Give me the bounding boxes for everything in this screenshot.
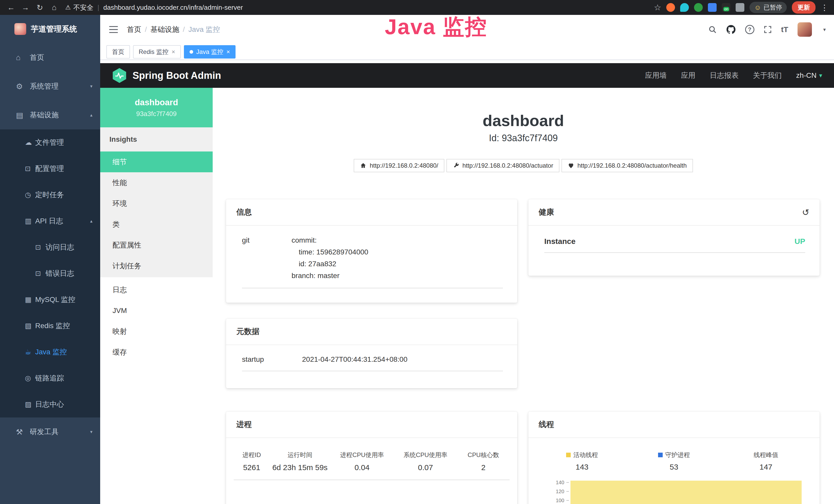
paused-label: 已暂停	[764, 3, 782, 12]
card-column-left: 信息 git commit: time: 1596289704000 id: 2…	[226, 199, 517, 504]
smiley-icon: ☺	[754, 4, 761, 12]
threads-values: 143 53 147	[536, 463, 812, 472]
sba-nav-journal[interactable]: 日志报表	[710, 71, 739, 81]
extension-icon-orange[interactable]	[666, 3, 675, 12]
sba-item-caches[interactable]: 缓存	[100, 342, 213, 363]
sidebar-item-api-log[interactable]: ▥ API 日志 ▴	[0, 208, 100, 234]
actuator-url-link[interactable]: http://192.168.0.2:48080/actuator	[446, 159, 559, 172]
sidebar-item-error-log[interactable]: ⊡ 错误日志	[0, 260, 100, 287]
home-icon: ⌂	[16, 53, 30, 62]
health-card-header: 健康 ↺	[528, 199, 820, 226]
reload-icon[interactable]: ↻	[35, 3, 45, 12]
bookmark-star-icon[interactable]: ☆	[654, 3, 661, 12]
sidebar-item-system[interactable]: ⚙ 系统管理 ▾	[0, 72, 100, 101]
process-card-body: 进程ID 运行时间 进程CPU使用率 系统CPU使用率 CPU核心数 5261 …	[226, 438, 517, 480]
sidebar-item-access-log[interactable]: ⊡ 访问日志	[0, 234, 100, 260]
breadcrumb-infra[interactable]: 基础设施	[151, 25, 179, 35]
daemon-threads-value: 53	[628, 463, 720, 472]
service-url-link[interactable]: http://192.168.0.2:48080/	[354, 159, 444, 172]
sba-item-jvm[interactable]: JVM	[100, 300, 213, 321]
extension-icon-green[interactable]	[694, 3, 703, 12]
sba-item-mappings[interactable]: 映射	[100, 321, 213, 342]
process-pid: 5261	[234, 463, 270, 472]
instance-name: dashboard	[135, 97, 178, 107]
sidebar-item-tracing[interactable]: ◎ 链路追踪	[0, 365, 100, 391]
health-url-link[interactable]: http://192.168.0.2:48080/actuator/health	[562, 159, 693, 172]
fullscreen-icon[interactable]	[764, 25, 772, 33]
breadcrumb-home[interactable]: 首页	[127, 25, 141, 35]
health-card-title: 健康	[539, 207, 554, 217]
search-icon[interactable]	[708, 25, 717, 34]
instance-title: dashboard	[213, 111, 834, 130]
extension-icon-grid[interactable]	[708, 3, 717, 12]
sba-brand[interactable]: Spring Boot Admin	[112, 68, 221, 83]
tab-home[interactable]: 首页	[106, 45, 130, 59]
info-card-body: git commit: time: 1596289704000 id: 27aa…	[226, 226, 517, 297]
sidebar-item-label: Java 监控	[35, 347, 67, 357]
legend-swatch-blue	[658, 453, 663, 457]
git-time-line: time: 1596289704000	[291, 246, 368, 258]
extension-icon-on-badge[interactable]: on	[722, 3, 730, 12]
extension-icon-gray[interactable]	[736, 3, 744, 12]
cpu-cores: 2	[457, 463, 510, 472]
sidebar-item-config-manage[interactable]: ⊡ 配置管理	[0, 156, 100, 182]
sidebar-item-file-manage[interactable]: ☁ 文件管理	[0, 130, 100, 156]
breadcrumb-separator: /	[183, 25, 185, 33]
instance-id-line: Id: 93a3fc7f7409	[213, 133, 834, 143]
sidebar-item-infra[interactable]: ▤ 基础设施 ▴	[0, 101, 100, 130]
browser-toolbar: ← → ↻ ⌂ ⚠ 不安全 | dashboard.yudao.iocoder.…	[0, 0, 834, 15]
font-size-icon[interactable]: tT	[781, 25, 788, 34]
tab-redis-monitor[interactable]: Redis 监控 ×	[133, 45, 181, 59]
avatar[interactable]	[797, 22, 812, 37]
sba-nav-applications[interactable]: 应用	[681, 71, 696, 81]
sba-instance-header[interactable]: dashboard 93a3fc7f7409	[100, 88, 213, 127]
sba-item-config-props[interactable]: 配置属性	[100, 235, 213, 255]
sba-language-select[interactable]: zh-CN ▾	[796, 71, 822, 79]
peak-threads-value: 147	[720, 463, 812, 472]
sidebar-toggle-icon[interactable]	[108, 24, 120, 35]
sba-item-classes[interactable]: 类	[100, 214, 213, 235]
health-url: http://192.168.0.2:48080/actuator/health	[577, 162, 687, 169]
health-instance-row[interactable]: Instance UP	[544, 228, 805, 253]
sba-item-environment[interactable]: 环境	[100, 193, 213, 214]
close-icon[interactable]: ×	[226, 48, 230, 55]
not-secure-warning-icon: ⚠	[65, 4, 71, 11]
sidebar-item-java-monitor[interactable]: ☕ Java 监控	[0, 339, 100, 365]
sidebar-item-log-center[interactable]: ▨ 日志中心	[0, 391, 100, 417]
help-icon[interactable]: ?	[745, 25, 754, 34]
sidebar-item-label: API 日志	[35, 216, 63, 226]
browser-menu-icon[interactable]: ⋮	[821, 3, 828, 12]
threads-legend: 活动线程 守护进程 线程峰值	[536, 438, 812, 459]
sidebar-item-redis-monitor[interactable]: ▧ Redis 监控	[0, 313, 100, 339]
github-icon[interactable]	[726, 25, 736, 35]
address-bar[interactable]: ⚠ 不安全 | dashboard.yudao.iocoder.cn/infra…	[65, 3, 243, 12]
chrome-update-button[interactable]: 更新	[792, 1, 815, 14]
forward-icon[interactable]: →	[20, 3, 31, 12]
mysql-icon: ▦	[25, 296, 35, 304]
sidebar-item-scheduled-jobs[interactable]: ◷ 定时任务	[0, 182, 100, 208]
tab-java-monitor[interactable]: Java 监控 ×	[184, 45, 236, 59]
process-headers: 进程ID 运行时间 进程CPU使用率 系统CPU使用率 CPU核心数	[234, 438, 510, 459]
java-monitor-icon: ☕	[25, 348, 35, 356]
close-icon[interactable]: ×	[172, 48, 175, 55]
sba-item-metrics[interactable]: 性能	[100, 172, 213, 193]
sba-item-details[interactable]: 细节	[100, 152, 213, 172]
app-logo-row[interactable]: 芋道管理系统	[0, 15, 100, 43]
sidebar-item-home[interactable]: ⌂ 首页	[0, 43, 100, 72]
profile-paused-badge[interactable]: ☺ 已暂停	[749, 2, 787, 13]
legend-live-threads: 活动线程	[536, 451, 628, 459]
sba-item-scheduled-tasks[interactable]: 计划任务	[100, 255, 213, 276]
sidebar-item-dev-tools[interactable]: ⚒ 研发工具 ▾	[0, 417, 100, 446]
extension-icon-drop[interactable]	[680, 3, 689, 12]
sidebar-item-mysql-monitor[interactable]: ▦ MySQL 监控	[0, 287, 100, 313]
back-icon[interactable]: ←	[6, 3, 17, 12]
sba-nav-about[interactable]: 关于我们	[753, 71, 782, 81]
history-icon[interactable]: ↺	[802, 207, 810, 217]
metadata-card-body: startup 2021-04-27T00:44:31.254+08:00	[226, 345, 517, 380]
app-frame: 芋道管理系统 ⌂ 首页 ⚙ 系统管理 ▾ ▤ 基础设施 ▴ ☁ 文件管理 ⊡ 配…	[0, 15, 834, 504]
sba-nav-wallboard[interactable]: 应用墙	[645, 71, 667, 81]
y-tick-140: 140	[536, 480, 564, 485]
browser-home-icon[interactable]: ⌂	[49, 3, 60, 12]
chevron-down-icon: ▾	[819, 72, 822, 79]
sba-item-logs[interactable]: 日志	[100, 279, 213, 300]
